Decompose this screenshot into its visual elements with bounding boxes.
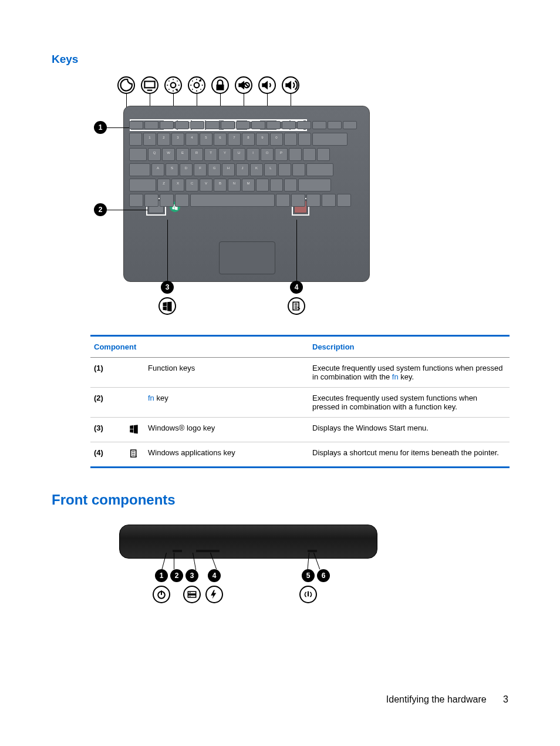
laptop-front-edge bbox=[119, 525, 377, 559]
row-description: Displays a shortcut menu for items benea… bbox=[309, 442, 510, 468]
footer-section: Identifying the hardware bbox=[386, 694, 487, 704]
fn-icon-sleep bbox=[117, 76, 135, 94]
front-callout-1: 1 bbox=[155, 569, 168, 582]
table-header-component: Component bbox=[90, 336, 309, 358]
windows-logo-icon bbox=[123, 418, 144, 442]
svg-point-2 bbox=[194, 83, 200, 88]
row-description: Executes frequently used system function… bbox=[309, 388, 510, 418]
fn-icon-mute bbox=[235, 76, 252, 94]
front-diagram: 1 2 3 4 5 6 bbox=[110, 519, 386, 613]
row-description: Execute frequently used system functions… bbox=[309, 358, 510, 388]
fn-icon-lock bbox=[211, 76, 229, 94]
svg-rect-0 bbox=[144, 82, 154, 88]
callout-3: 3 bbox=[161, 281, 174, 294]
svg-point-10 bbox=[308, 592, 309, 593]
fn-icon-vol-up bbox=[282, 76, 299, 94]
row-component: Windows® logo key bbox=[144, 418, 309, 442]
apps-menu-icon bbox=[288, 297, 305, 315]
svg-point-9 bbox=[190, 596, 191, 597]
row-num: (2) bbox=[90, 388, 123, 418]
apps-menu-icon bbox=[123, 442, 144, 468]
front-callout-6: 6 bbox=[317, 569, 330, 582]
table-header-description: Description bbox=[309, 336, 510, 358]
battery-icon bbox=[205, 586, 223, 603]
row-component: fn key bbox=[144, 388, 309, 418]
front-callout-5: 5 bbox=[302, 569, 315, 582]
front-callout-2: 2 bbox=[170, 569, 183, 582]
row-component: Function keys bbox=[144, 358, 309, 388]
row-num: (1) bbox=[90, 358, 123, 388]
table-row: (4) Windows applications key Displays a … bbox=[90, 442, 510, 468]
callout-4: 4 bbox=[290, 281, 303, 294]
callout-2: 2 bbox=[94, 203, 107, 216]
fn-icon-bright-down bbox=[164, 76, 182, 94]
front-components-heading: Front components bbox=[52, 492, 508, 508]
wireless-icon bbox=[299, 586, 317, 603]
fn-icon-vol-down bbox=[258, 76, 276, 94]
row-icon bbox=[123, 388, 144, 418]
row-component: Windows applications key bbox=[144, 442, 309, 468]
keys-table: Component Description (1) Function keys … bbox=[90, 335, 510, 468]
svg-rect-3 bbox=[217, 85, 224, 90]
keys-heading: Keys bbox=[52, 53, 508, 66]
front-callout-4: 4 bbox=[208, 569, 221, 582]
table-row: (3) Windows® logo key Displays the Windo… bbox=[90, 418, 510, 442]
page-footer: Identifying the hardware 3 bbox=[386, 694, 508, 705]
fn-icon-bright-up bbox=[188, 76, 205, 94]
page-number: 3 bbox=[503, 694, 508, 704]
svg-point-1 bbox=[171, 83, 176, 88]
table-row: (2) fn key Executes frequently used syst… bbox=[90, 388, 510, 418]
power-icon bbox=[153, 586, 170, 603]
fn-icon-display bbox=[141, 76, 158, 94]
keys-diagram: fn 1 2 3 4 bbox=[94, 76, 376, 317]
windows-logo-icon bbox=[158, 297, 176, 315]
callout-1: 1 bbox=[94, 121, 107, 134]
table-row: (1) Function keys Execute frequently use… bbox=[90, 358, 510, 388]
drive-icon bbox=[183, 586, 201, 603]
row-description: Displays the Windows Start menu. bbox=[309, 418, 510, 442]
row-icon bbox=[123, 358, 144, 388]
svg-point-8 bbox=[190, 592, 191, 593]
row-num: (3) bbox=[90, 418, 123, 442]
row-num: (4) bbox=[90, 442, 123, 468]
front-callout-3: 3 bbox=[185, 569, 198, 582]
